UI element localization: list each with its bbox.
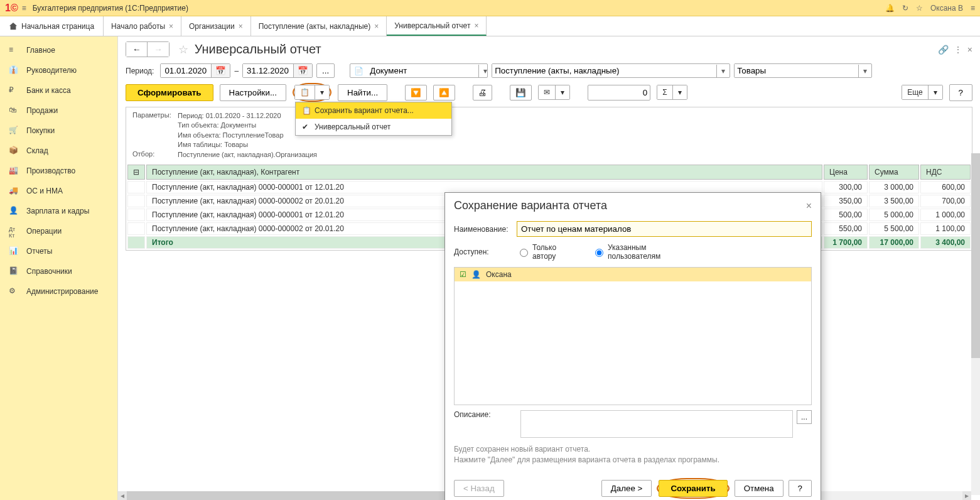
desc-picker-button[interactable]: ...: [797, 410, 812, 424]
tab-close-icon[interactable]: ×: [474, 21, 478, 30]
sidebar-item-label: Банк и касса: [26, 86, 71, 95]
tab-start[interactable]: Начало работы ×: [104, 16, 181, 36]
user-row[interactable]: ☑ 👤 Оксана: [455, 268, 811, 281]
radio-author-input[interactable]: [520, 249, 528, 257]
save-button[interactable]: Сохранить: [659, 480, 727, 497]
help-button[interactable]: ?: [949, 84, 972, 101]
settings-button[interactable]: Настройки...: [220, 84, 286, 101]
vertical-scrollbar[interactable]: [971, 153, 980, 495]
user-name[interactable]: Оксана В: [930, 4, 963, 13]
dropdown-arrow-icon[interactable]: ▾: [478, 65, 492, 77]
object-field[interactable]: [492, 64, 716, 77]
find-button[interactable]: Найти...: [338, 84, 387, 101]
date-from-input[interactable]: 📅: [160, 63, 230, 78]
tab-close-icon[interactable]: ×: [374, 22, 379, 31]
sidebar-item-main[interactable]: ≡Главное: [0, 40, 117, 60]
sigma-icon[interactable]: Σ: [657, 85, 672, 99]
book-icon: 📓: [9, 266, 19, 276]
sidebar-item-assets[interactable]: 🚚ОС и НМА: [0, 181, 117, 201]
type-dropdown[interactable]: 📄 ▾: [350, 63, 488, 78]
back-button[interactable]: < Назад: [454, 480, 504, 497]
link-icon[interactable]: 🔗: [938, 45, 949, 55]
bag-icon: 🛍: [9, 106, 19, 116]
date-to-field[interactable]: [243, 64, 293, 77]
date-to-input[interactable]: 📅: [242, 63, 313, 78]
scroll-left-icon[interactable]: ◂: [118, 491, 127, 500]
menu-save-variant[interactable]: 📋 Сохранить вариант отчета...: [296, 102, 451, 119]
sidebar-item-operations[interactable]: ДтКтОперации: [0, 221, 117, 241]
menu-universal-report[interactable]: ✔ Универсальный отчет: [296, 119, 451, 135]
save-button[interactable]: 💾: [510, 85, 532, 101]
sidebar-item-warehouse[interactable]: 📦Склад: [0, 141, 117, 161]
generate-button[interactable]: Сформировать: [126, 84, 213, 101]
sigma-arrow-icon[interactable]: ▾: [673, 85, 687, 99]
dropdown-arrow-icon[interactable]: ▾: [716, 65, 730, 77]
bell-icon[interactable]: 🔔: [885, 4, 895, 13]
sum-input[interactable]: [588, 85, 650, 101]
collapse-column[interactable]: ⊟: [127, 165, 145, 180]
more-arrow-icon[interactable]: ▾: [929, 85, 942, 99]
close-page-icon[interactable]: ×: [967, 45, 972, 55]
period-picker-button[interactable]: ...: [316, 63, 335, 78]
tab-organizations[interactable]: Организации ×: [181, 16, 251, 36]
tab-universal-report[interactable]: Универсальный отчет ×: [387, 16, 487, 36]
dialog-close-icon[interactable]: ×: [806, 200, 812, 212]
sidebar-item-catalogs[interactable]: 📓Справочники: [0, 261, 117, 281]
table-row[interactable]: Поступление (акт, накладная) 0000-000001…: [127, 181, 971, 193]
scroll-right-icon[interactable]: ▸: [962, 491, 971, 500]
radio-author[interactable]: Только автору: [517, 243, 579, 261]
history-icon[interactable]: ↻: [902, 4, 908, 13]
expand-button[interactable]: 🔽: [405, 85, 427, 101]
star-icon[interactable]: ☆: [916, 4, 923, 13]
sidebar-item-purchases[interactable]: 🛒Покупки: [0, 121, 117, 141]
name-input[interactable]: [517, 221, 812, 237]
checkbox-checked-icon[interactable]: ☑: [460, 270, 466, 279]
table-dropdown[interactable]: ▾: [734, 63, 872, 78]
sidebar-item-sales[interactable]: 🛍Продажи: [0, 101, 117, 121]
table-field[interactable]: [735, 64, 858, 77]
radio-users[interactable]: Указанным пользователям: [592, 243, 655, 261]
sidebar-item-manager[interactable]: 👔Руководителю: [0, 60, 117, 80]
sidebar-item-production[interactable]: 🏭Производство: [0, 161, 117, 181]
cell-price: 550,00: [824, 222, 868, 235]
sidebar-item-bank[interactable]: ₽Банк и касса: [0, 80, 117, 101]
email-icon[interactable]: ✉: [539, 85, 556, 99]
email-split-button[interactable]: ✉ ▾: [538, 85, 570, 100]
more-menu-icon[interactable]: ⋮: [954, 45, 962, 55]
back-button[interactable]: ←: [126, 42, 148, 57]
variants-icon[interactable]: 📋: [295, 85, 315, 99]
home-tab[interactable]: Начальная страница: [0, 16, 104, 36]
tab-close-icon[interactable]: ×: [169, 22, 173, 31]
variants-arrow-icon[interactable]: ▾: [315, 85, 329, 99]
date-from-field[interactable]: [161, 64, 211, 77]
sidebar-item-salary[interactable]: 👤Зарплата и кадры: [0, 201, 117, 221]
type-field[interactable]: [367, 64, 478, 77]
more-label[interactable]: Еще: [902, 85, 928, 99]
collapse-button[interactable]: 🔼: [433, 85, 455, 101]
email-arrow-icon[interactable]: ▾: [556, 85, 569, 99]
calendar-icon[interactable]: 📅: [293, 64, 312, 77]
more-split-button[interactable]: Еще ▾: [902, 85, 942, 100]
sigma-split-button[interactable]: Σ ▾: [657, 85, 687, 100]
favorite-star-icon[interactable]: ☆: [178, 43, 188, 57]
factory-icon: 🏭: [9, 166, 19, 176]
sidebar-item-reports[interactable]: 📊Отчеты: [0, 241, 117, 261]
object-dropdown[interactable]: ▾: [492, 63, 730, 78]
variants-split-button[interactable]: 📋 ▾ 📋 Сохранить вариант отчета... ✔ Унив…: [294, 85, 330, 100]
radio-users-input[interactable]: [595, 249, 603, 257]
forward-button[interactable]: →: [148, 42, 168, 57]
hamburger-icon[interactable]: ≡: [22, 4, 26, 13]
info-line-1: Будет сохранен новый вариант отчета.: [454, 444, 812, 455]
tab-receipts[interactable]: Поступление (акты, накладные) ×: [251, 16, 387, 36]
next-button[interactable]: Далее >: [601, 480, 652, 497]
dropdown-arrow-icon[interactable]: ▾: [858, 65, 871, 77]
user-list[interactable]: ☑ 👤 Оксана: [454, 267, 812, 405]
calendar-icon[interactable]: 📅: [211, 64, 230, 77]
desc-textarea[interactable]: [520, 410, 793, 438]
print-button[interactable]: 🖨: [473, 85, 492, 101]
tab-close-icon[interactable]: ×: [239, 22, 243, 31]
sidebar-item-admin[interactable]: ⚙Администрирование: [0, 281, 117, 302]
help-button[interactable]: ?: [789, 480, 812, 497]
cancel-button[interactable]: Отмена: [735, 480, 783, 497]
menu-lines-icon[interactable]: ≡: [971, 4, 975, 13]
